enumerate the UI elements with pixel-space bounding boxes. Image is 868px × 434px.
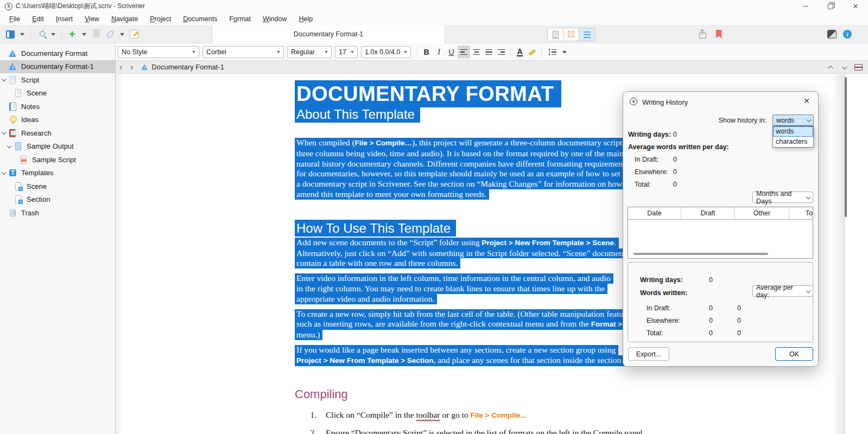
- dropdown-option-characters[interactable]: characters: [773, 137, 813, 147]
- binder-item-ideas[interactable]: Ideas: [0, 113, 115, 127]
- dialog-close-icon[interactable]: ✕: [802, 97, 812, 105]
- template-icon: [8, 168, 17, 177]
- menu-documents[interactable]: Documents: [177, 15, 223, 23]
- table-hscrollbar[interactable]: [633, 253, 768, 255]
- italic-button[interactable]: I: [433, 46, 445, 59]
- chevron-down-icon[interactable]: [2, 130, 6, 135]
- font-size-value: 17: [339, 48, 346, 56]
- binder-toggle-icon[interactable]: [4, 28, 16, 40]
- add-item-caret-icon[interactable]: [82, 33, 86, 36]
- binder-item-trash[interactable]: Trash: [0, 206, 115, 220]
- dropdown-option-words[interactable]: words: [773, 126, 813, 137]
- highlight-button[interactable]: [526, 46, 538, 59]
- binder-item-documentary-format[interactable]: Documentary Format: [0, 47, 115, 60]
- column-header-total[interactable]: Total: [789, 207, 813, 219]
- binder-item-scene[interactable]: Scene: [0, 180, 115, 193]
- binder-item-notes[interactable]: Notes: [0, 100, 115, 113]
- search-icon[interactable]: [35, 28, 47, 40]
- font-weight-select[interactable]: Regular: [287, 46, 332, 58]
- document-title: DOCUMENTARY FORMAT: [295, 80, 561, 107]
- line-spacing-value: 1.0x 0.0/4.0: [365, 48, 400, 56]
- document-view-button[interactable]: [548, 28, 563, 41]
- menu-view[interactable]: View: [79, 15, 105, 23]
- per-day-value: Average per day:: [756, 284, 803, 299]
- list-item-text: Click on “Compile” in the toolbar or go …: [326, 410, 527, 420]
- bulb-icon: [8, 115, 17, 124]
- menu-window[interactable]: Window: [257, 15, 293, 23]
- doc-icon: [14, 88, 23, 98]
- font-select[interactable]: Corbel: [202, 46, 284, 58]
- export-button[interactable]: Export...: [628, 347, 669, 361]
- menu-project[interactable]: Project: [144, 15, 177, 23]
- compose-mode-icon[interactable]: [825, 28, 838, 41]
- paperclip-caret-icon[interactable]: [120, 33, 124, 36]
- binder-toggle-caret-icon[interactable]: [20, 33, 24, 36]
- chevron-down-icon[interactable]: [2, 77, 6, 81]
- summary-value-average: 0: [737, 329, 741, 337]
- column-header-date[interactable]: Date: [628, 207, 681, 219]
- bookmark-icon[interactable]: [712, 28, 725, 41]
- menu-insert[interactable]: Insert: [50, 15, 79, 23]
- summary-value-average: 0: [737, 304, 741, 312]
- underline-button[interactable]: U: [445, 46, 458, 59]
- document-tab[interactable]: Documentary Format-1: [212, 25, 445, 43]
- align-justify-button[interactable]: [483, 46, 495, 59]
- binder-item-sample-script[interactable]: Sample Script: [0, 153, 115, 167]
- binder-item-label: Sample Script: [32, 156, 76, 164]
- chevron-down-icon[interactable]: [7, 143, 11, 148]
- search-caret-icon[interactable]: [51, 33, 55, 36]
- menu-navigate[interactable]: Navigate: [105, 15, 144, 23]
- show-history-select[interactable]: words: [772, 114, 814, 126]
- binder-item-research[interactable]: Research: [0, 126, 115, 140]
- font-size-select[interactable]: 17: [335, 46, 358, 58]
- chevron-down-icon[interactable]: [2, 170, 6, 174]
- book-icon: [8, 129, 17, 138]
- menu-file[interactable]: File: [3, 15, 26, 23]
- share-icon[interactable]: [696, 28, 709, 41]
- list-button[interactable]: [544, 46, 561, 59]
- align-left-button[interactable]: [458, 46, 470, 59]
- ok-button[interactable]: OK: [775, 347, 813, 361]
- binder-item-documentary-format-1[interactable]: Documentary Format-1: [0, 60, 115, 74]
- bold-button[interactable]: B: [420, 46, 433, 59]
- nav-back-icon[interactable]: ‹: [116, 62, 126, 73]
- nav-forward-icon[interactable]: ›: [126, 62, 137, 73]
- restore-button[interactable]: [818, 0, 843, 12]
- info-icon[interactable]: i: [841, 28, 854, 41]
- selected-text-line: natural history documentary channels. Di…: [295, 159, 631, 169]
- selected-text-line: amend this template to meet your own for…: [295, 189, 489, 200]
- binder-item-scene[interactable]: Scene: [0, 87, 115, 100]
- binder-item-templates[interactable]: Templates: [0, 167, 115, 180]
- binder-item-script[interactable]: Script: [0, 73, 115, 87]
- binder-item-label: Scene: [27, 89, 47, 97]
- menu-help[interactable]: Help: [293, 15, 319, 23]
- menu-edit[interactable]: Edit: [26, 15, 50, 23]
- period-select[interactable]: Months and Days: [752, 192, 813, 203]
- column-header-draft[interactable]: Draft: [681, 207, 735, 219]
- previous-document-icon[interactable]: [828, 65, 833, 71]
- corkboard-view-button[interactable]: [563, 28, 579, 41]
- paperclip-icon[interactable]: [104, 28, 116, 40]
- align-right-button[interactable]: [495, 46, 508, 59]
- notebook-icon: [8, 102, 17, 111]
- compose-icon[interactable]: [128, 28, 140, 40]
- editor-scrollbar[interactable]: [845, 77, 847, 217]
- column-header-other[interactable]: Other: [735, 207, 789, 219]
- outline-view-button[interactable]: [579, 28, 595, 41]
- align-center-button[interactable]: [470, 46, 483, 59]
- per-day-select[interactable]: Average per day:: [752, 285, 813, 297]
- close-button[interactable]: ✕: [843, 0, 868, 12]
- text-color-button[interactable]: A: [514, 46, 526, 59]
- binder-item-sample-output[interactable]: Sample Output: [0, 140, 115, 154]
- outline-icon: [584, 31, 591, 38]
- list-caret-icon[interactable]: [562, 51, 567, 54]
- line-spacing-select[interactable]: 1.0x 0.0/4.0: [361, 46, 411, 58]
- split-editor-icon[interactable]: [854, 64, 863, 71]
- next-document-icon[interactable]: [842, 64, 847, 69]
- history-table[interactable]: DateDraftOtherTotal: [628, 207, 813, 259]
- binder-item-section[interactable]: Section: [0, 193, 115, 207]
- minimize-button[interactable]: [793, 0, 818, 12]
- style-select[interactable]: No Style: [118, 46, 199, 58]
- add-item-icon[interactable]: +: [66, 28, 78, 40]
- menu-format[interactable]: Format: [223, 15, 257, 23]
